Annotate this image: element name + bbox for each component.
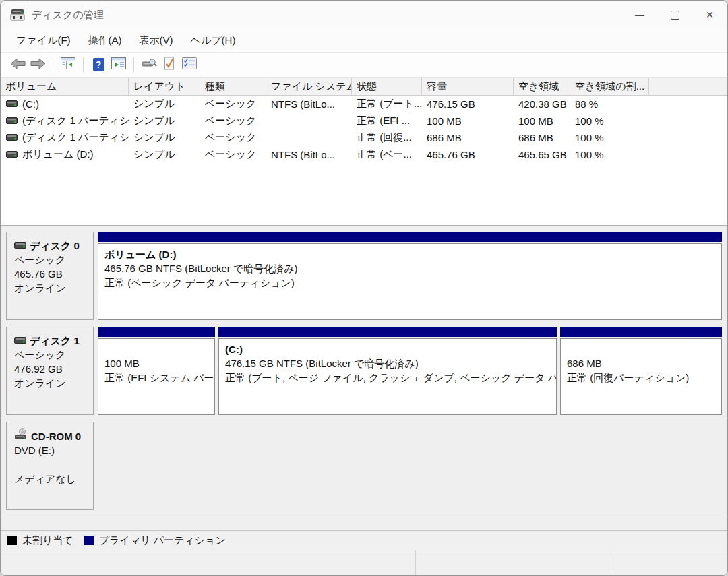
- partition-title: [567, 342, 715, 356]
- partition-detail: 正常 (EFI システム パー: [104, 371, 208, 385]
- back-arrow-icon: [10, 58, 26, 72]
- check-document-icon: [163, 57, 175, 73]
- disk-size: 476.92 GB: [14, 362, 92, 376]
- primary-partition-label: プライマリ パーティション: [99, 534, 226, 547]
- partition-volume-d[interactable]: ボリューム (D:) 465.76 GB NTFS (BitLocker で暗号…: [98, 232, 722, 320]
- cell-layout: シンプル: [129, 131, 200, 144]
- disk-management-window: ディスクの管理 — ✕ ファイル(F) 操作(A) 表示(V) ヘルプ(H): [0, 0, 728, 576]
- check-document-button[interactable]: [159, 55, 179, 74]
- menu-help[interactable]: ヘルプ(H): [182, 32, 245, 50]
- checklist-button[interactable]: [179, 55, 200, 74]
- disk1-partitions: 100 MB 正常 (EFI システム パー (C:) 476.15 GB NT…: [98, 327, 722, 415]
- partition-detail: 正常 (ベーシック データ パーティション): [104, 276, 715, 290]
- cell-status: 正常 (ベー...: [352, 148, 422, 161]
- unallocated-label: 未割り当て: [22, 534, 73, 547]
- disk-kind: ベーシック: [14, 253, 92, 267]
- console-tree-icon: [61, 57, 75, 72]
- toolbar-separator: [53, 57, 53, 72]
- action-pane-button[interactable]: [109, 55, 129, 74]
- close-icon: ✕: [706, 9, 714, 20]
- toolbar-separator: [133, 57, 134, 72]
- menu-file[interactable]: ファイル(F): [7, 32, 80, 50]
- rescan-disks-button[interactable]: [139, 55, 159, 74]
- cell-free-pct: 88 %: [570, 98, 649, 110]
- cell-free-pct: 100 %: [570, 115, 649, 127]
- rescan-disks-icon: [142, 58, 157, 72]
- cell-layout: シンプル: [129, 148, 200, 161]
- maximize-button[interactable]: [657, 1, 692, 29]
- disk-status: オンライン: [14, 376, 92, 390]
- window-title: ディスクの管理: [32, 9, 104, 22]
- column-header-type[interactable]: 種類: [200, 78, 266, 95]
- back-button[interactable]: [7, 55, 28, 74]
- primary-partition-bar: [560, 327, 722, 337]
- forward-button[interactable]: [28, 55, 48, 74]
- disk-row-cdrom0: CD-ROM 0 DVD (E:) メディアなし: [1, 418, 727, 513]
- status-segment: [1, 550, 415, 575]
- disk0-partitions: ボリューム (D:) 465.76 GB NTFS (BitLocker で暗号…: [98, 232, 722, 320]
- unallocated-swatch: [7, 536, 17, 545]
- window-controls: — ✕: [622, 1, 727, 29]
- disk-name: ディスク 0: [30, 238, 80, 253]
- volume-list-header: ボリューム レイアウト 種類 ファイル システム 状態 容量 空き領域 空き領域…: [1, 78, 727, 96]
- disk-row-disk0: ディスク 0 ベーシック 465.76 GB オンライン ボリューム (D:) …: [1, 228, 727, 323]
- cell-type: ベーシック: [200, 115, 266, 127]
- help-icon: ?: [93, 58, 104, 71]
- partition-detail: 686 MB: [567, 356, 715, 371]
- partition-title: ボリューム (D:): [104, 247, 715, 261]
- primary-partition-swatch: [84, 536, 94, 545]
- cell-free-space: 100 MB: [514, 115, 570, 127]
- cell-layout: シンプル: [129, 115, 200, 127]
- primary-partition-bar: [98, 327, 215, 337]
- volume-drive-icon: [6, 132, 18, 143]
- legend-bar: 未割り当て プライマリ パーティション: [1, 530, 727, 550]
- column-header-filesystem[interactable]: ファイル システム: [266, 78, 352, 95]
- cell-free-space: 420.38 GB: [514, 98, 570, 110]
- column-header-volume[interactable]: ボリューム: [1, 78, 129, 95]
- menu-view[interactable]: 表示(V): [131, 32, 182, 50]
- cell-volume: (ディスク 1 パーティシ...: [22, 115, 129, 127]
- cell-free-pct: 100 %: [570, 132, 649, 143]
- partition-efi[interactable]: 100 MB 正常 (EFI システム パー: [98, 327, 215, 415]
- primary-partition-bar: [218, 327, 557, 337]
- column-header-layout[interactable]: レイアウト: [129, 78, 200, 95]
- table-row[interactable]: (ディスク 1 パーティシ... シンプル ベーシック 正常 (EFI ... …: [1, 113, 727, 129]
- minimize-button[interactable]: —: [622, 1, 657, 29]
- help-button[interactable]: ?: [88, 55, 109, 74]
- console-tree-button[interactable]: [58, 55, 78, 74]
- column-header-free-pct[interactable]: 空き領域の割...: [570, 78, 649, 95]
- volume-drive-icon: [6, 115, 18, 127]
- forward-arrow-icon: [30, 58, 46, 72]
- close-button[interactable]: ✕: [692, 1, 727, 29]
- table-row[interactable]: (C:) シンプル ベーシック NTFS (BitLo... 正常 (ブート..…: [1, 96, 727, 113]
- partition-title: (C:): [225, 342, 550, 356]
- table-row[interactable]: (ディスク 1 パーティシ... シンプル ベーシック 正常 (回復... 68…: [1, 129, 727, 146]
- primary-partition-bar: [98, 232, 722, 242]
- menu-action[interactable]: 操作(A): [80, 32, 131, 50]
- cell-status: 正常 (ブート...: [352, 98, 422, 110]
- partition-recovery[interactable]: 686 MB 正常 (回復パーティション): [560, 327, 722, 415]
- cell-capacity: 100 MB: [422, 115, 514, 127]
- partition-c[interactable]: (C:) 476.15 GB NTFS (BitLocker で暗号化済み) 正…: [218, 327, 557, 415]
- cell-filesystem: [266, 115, 352, 127]
- disk-name: CD-ROM 0: [31, 429, 81, 443]
- cdrom-icon: [14, 428, 28, 443]
- column-header-status[interactable]: 状態: [352, 78, 422, 95]
- column-header-capacity[interactable]: 容量: [422, 78, 514, 95]
- cdrom0-label[interactable]: CD-ROM 0 DVD (E:) メディアなし: [6, 422, 94, 510]
- disk-kind: ベーシック: [14, 348, 92, 362]
- partition-detail: 正常 (回復パーティション): [567, 371, 715, 385]
- column-header-free-space[interactable]: 空き領域: [514, 78, 570, 95]
- disk-icon: [14, 333, 26, 348]
- cell-type: ベーシック: [200, 131, 266, 144]
- disk-status: メディアなし: [14, 472, 92, 486]
- cell-capacity: 686 MB: [422, 132, 514, 143]
- table-row[interactable]: ボリューム (D:) シンプル ベーシック NTFS (BitLo... 正常 …: [1, 146, 727, 163]
- cell-status: 正常 (回復...: [352, 131, 422, 144]
- disk0-label[interactable]: ディスク 0 ベーシック 465.76 GB オンライン: [6, 232, 94, 320]
- partition-title: [104, 342, 208, 356]
- toolbar: ?: [1, 53, 727, 77]
- cell-status: 正常 (EFI ...: [352, 115, 422, 127]
- disk1-label[interactable]: ディスク 1 ベーシック 476.92 GB オンライン: [6, 327, 94, 415]
- status-segment: [611, 550, 727, 575]
